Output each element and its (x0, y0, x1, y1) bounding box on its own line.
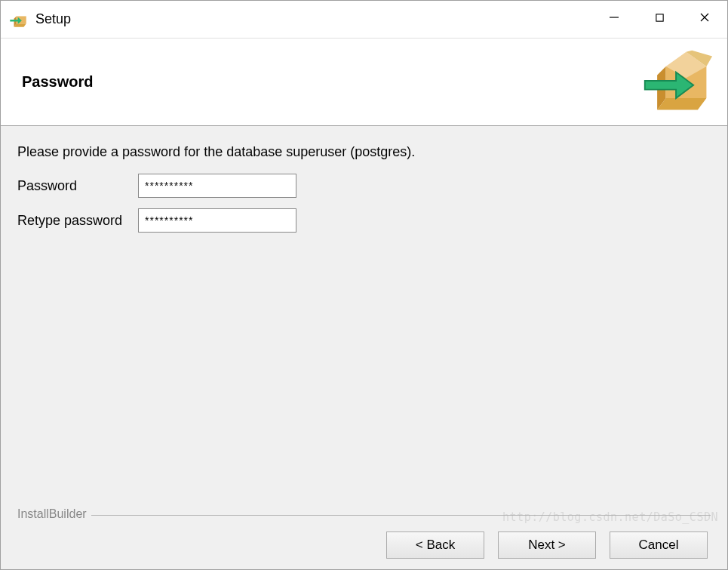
installer-brand: InstallBuilder (17, 507, 91, 521)
retype-password-label: Retype password (17, 213, 138, 229)
wizard-header: Password (1, 39, 727, 126)
box-arrow-icon (640, 45, 715, 120)
titlebar: Setup (1, 1, 727, 39)
password-row: Password (17, 174, 711, 198)
setup-window: Setup Password (0, 0, 728, 570)
app-icon (8, 9, 29, 30)
close-button[interactable] (682, 1, 727, 34)
retype-password-input[interactable] (138, 208, 296, 233)
retype-password-row: Retype password (17, 208, 711, 233)
window-title: Setup (35, 11, 591, 27)
back-button[interactable]: < Back (386, 531, 484, 559)
next-button[interactable]: Next > (498, 531, 596, 559)
page-title: Password (22, 73, 640, 91)
password-input[interactable] (138, 174, 296, 198)
wizard-content: Please provide a password for the databa… (1, 126, 727, 569)
maximize-button[interactable] (637, 1, 682, 34)
instruction-text: Please provide a password for the databa… (17, 144, 711, 160)
password-label: Password (17, 178, 138, 194)
window-controls (591, 1, 727, 38)
wizard-footer: InstallBuilder < Back Next > Cancel (17, 507, 711, 562)
button-row: < Back Next > Cancel (17, 525, 711, 562)
footer-divider: InstallBuilder (17, 507, 711, 519)
minimize-button[interactable] (591, 1, 637, 34)
cancel-button[interactable]: Cancel (610, 531, 708, 559)
svg-rect-5 (656, 14, 662, 20)
